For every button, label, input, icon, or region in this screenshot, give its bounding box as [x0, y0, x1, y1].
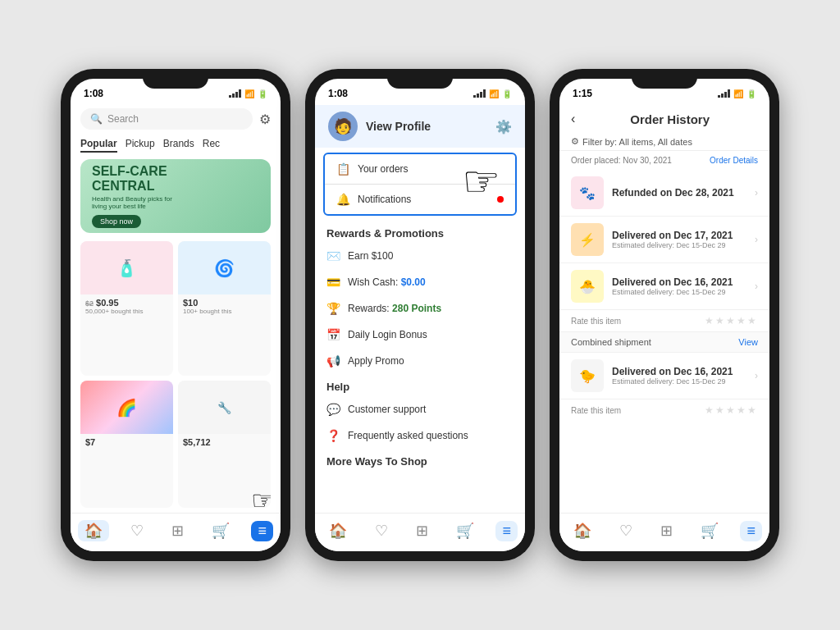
screen-1: 1:08 📶 🔋 🔍 Search ⚙: [71, 79, 281, 551]
chevron-right-refunded: ›: [755, 187, 758, 199]
notch-2: [387, 69, 453, 89]
nav-grid-1[interactable]: ⊞: [165, 520, 190, 541]
order-est-dec16-2: Estimated delivery: Dec 15-Dec 29: [612, 377, 746, 386]
nav-cart-3[interactable]: 🛒: [694, 520, 725, 541]
status-icons-2: 📶 🔋: [473, 89, 512, 98]
settings-icon[interactable]: ⚙️: [495, 119, 512, 135]
order-status-dec16-2: Delivered on Dec 16, 2021: [612, 366, 746, 377]
apply-promo-item[interactable]: 📢 Apply Promo: [315, 348, 525, 374]
customer-support-label: Customer support: [348, 404, 426, 415]
earn-icon: ✉️: [326, 249, 340, 262]
product-price-3: $5,712: [183, 437, 266, 447]
order-item-refunded[interactable]: 🐾 Refunded on Dec 28, 2021 ›: [559, 170, 769, 217]
phone1-content: 🔍 Search ⚙ Popular Pickup Brands Rec SEL…: [71, 105, 281, 513]
promo-icon: 📢: [326, 354, 340, 368]
daily-login-item[interactable]: 📅 Daily Login Bonus: [315, 322, 525, 348]
nav-grid-3[interactable]: ⊞: [654, 520, 679, 541]
notifications-label: Notifications: [358, 194, 411, 205]
rewards-item[interactable]: 🏆 Rewards: 280 Points: [315, 295, 525, 322]
tab-rec[interactable]: Rec: [203, 136, 220, 153]
product-img-2: 🌈: [80, 381, 173, 434]
wifi-icon-1: 📶: [244, 89, 254, 98]
order-placed-date: Order placed: Nov 30, 2021: [571, 156, 672, 165]
chevron-right-dec16-1: ›: [755, 281, 758, 292]
product-img-3: 🔧: [178, 381, 271, 434]
product-orig-0: $2: [85, 299, 94, 308]
your-orders-item[interactable]: 📋 Your orders: [325, 154, 515, 184]
product-img-1: 🌀: [178, 241, 271, 294]
battery-icon-2: 🔋: [502, 89, 512, 98]
nav-menu-3[interactable]: ≡: [740, 521, 762, 541]
product-price-1: $10: [183, 298, 266, 308]
nav-home-2[interactable]: 🏠: [322, 520, 354, 541]
customer-support-item[interactable]: 💬 Customer support: [315, 396, 525, 422]
product-card-0[interactable]: 🧴 $2$0.95 50,000+ bought this: [80, 241, 173, 376]
order-info-refunded: Refunded on Dec 28, 2021: [612, 187, 746, 199]
battery-icon-1: 🔋: [258, 89, 267, 98]
bottom-nav-3: 🏠 ♡ ⊞ 🛒 ≡: [559, 513, 769, 551]
product-info-0: $2$0.95 50,000+ bought this: [80, 294, 173, 318]
nav-grid-2[interactable]: ⊞: [409, 520, 435, 541]
profile-name[interactable]: View Profile: [366, 120, 431, 133]
nav-wishlist-2[interactable]: ♡: [368, 520, 395, 541]
faq-item[interactable]: ❓ Frequently asked questions: [315, 422, 525, 449]
product-card-1[interactable]: 🌀 $10 100+ bought this: [178, 241, 271, 376]
earn-100-item[interactable]: ✉️ Earn $100: [315, 243, 525, 269]
nav-cart-2[interactable]: 🛒: [450, 520, 481, 541]
filter-bar[interactable]: ⚙ Filter by: All items, All dates: [559, 133, 769, 151]
nav-menu-1[interactable]: ≡: [251, 521, 273, 541]
nav-home-3[interactable]: 🏠: [567, 520, 598, 541]
hand-cursor-1: ☞: [251, 485, 271, 508]
order-header: ‹ Order History: [559, 105, 769, 133]
signal-1: [229, 89, 241, 98]
tab-brands[interactable]: Brands: [163, 136, 194, 153]
cash-icon: 💳: [326, 276, 340, 289]
order-details-link[interactable]: Order Details: [710, 156, 758, 165]
banner-subtitle: Health and Beauty picks forliving your b…: [92, 195, 259, 210]
search-icon: 🔍: [90, 113, 103, 125]
profile-header: 🧑 View Profile ⚙️: [315, 105, 525, 148]
shop-now-button[interactable]: Shop now: [92, 215, 141, 228]
wifi-icon-3: 📶: [733, 89, 743, 98]
order-item-dec16-2[interactable]: 🐤 Delivered on Dec 16, 2021 Estimated de…: [559, 353, 769, 399]
wifi-icon-2: 📶: [489, 89, 499, 98]
time-2: 1:08: [328, 88, 348, 99]
wish-cash-item[interactable]: 💳 Wish Cash: $0.00: [315, 269, 525, 295]
stars-2[interactable]: ★★★★★: [705, 404, 758, 416]
nav-home-1[interactable]: 🏠: [78, 520, 109, 541]
apply-promo-label: Apply Promo: [348, 355, 404, 367]
view-link[interactable]: View: [738, 337, 758, 347]
filter-icon[interactable]: ⚙: [259, 112, 271, 127]
order-item-dec17[interactable]: ⚡ Delivered on Dec 17, 2021 Estimated de…: [559, 217, 769, 263]
product-price-0: $2$0.95: [85, 298, 168, 308]
notifications-item[interactable]: 🔔 Notifications: [325, 185, 515, 214]
tab-popular[interactable]: Popular: [80, 136, 117, 153]
rewards-value: 280 Points: [392, 303, 441, 314]
screen-3: 1:15 📶 🔋 ‹ Order History ⚙ Filter by: Al…: [559, 79, 769, 551]
wish-cash-label: Wish Cash: $0.00: [348, 276, 426, 288]
product-sales-0: 50,000+ bought this: [85, 308, 168, 315]
order-info-dec17: Delivered on Dec 17, 2021 Estimated deli…: [612, 230, 746, 249]
status-icons-3: 📶 🔋: [718, 89, 756, 98]
phone-3: 1:15 📶 🔋 ‹ Order History ⚙ Filter by: Al…: [550, 69, 779, 561]
stars-1[interactable]: ★★★★★: [705, 315, 758, 326]
your-orders-label: Your orders: [358, 163, 409, 175]
product-card-3[interactable]: 🔧 $5,712 ☞: [178, 381, 271, 508]
order-item-dec16-1[interactable]: 🐣 Delivered on Dec 16, 2021 Estimated de…: [559, 263, 769, 310]
nav-cart-1[interactable]: 🛒: [205, 520, 236, 541]
product-card-2[interactable]: 🌈 $7: [80, 381, 173, 508]
rewards-label: Rewards: 280 Points: [348, 303, 441, 314]
filter-icon-order: ⚙: [571, 136, 579, 147]
product-sales-1: 100+ bought this: [183, 308, 266, 315]
back-button[interactable]: ‹: [571, 112, 575, 126]
nav-menu-2[interactable]: ≡: [495, 521, 518, 541]
trophy-icon: 🏆: [326, 302, 340, 315]
nav-wishlist-1[interactable]: ♡: [124, 520, 150, 541]
tab-pickup[interactable]: Pickup: [126, 136, 155, 153]
bottom-nav-1: 🏠 ♡ ⊞ 🛒 ≡: [71, 513, 281, 551]
search-input-box[interactable]: 🔍 Search: [80, 108, 253, 130]
nav-wishlist-3[interactable]: ♡: [613, 520, 639, 541]
rewards-section-title: Rewards & Promotions: [315, 221, 525, 243]
time-3: 1:15: [573, 88, 592, 99]
notification-dot: [497, 196, 504, 203]
